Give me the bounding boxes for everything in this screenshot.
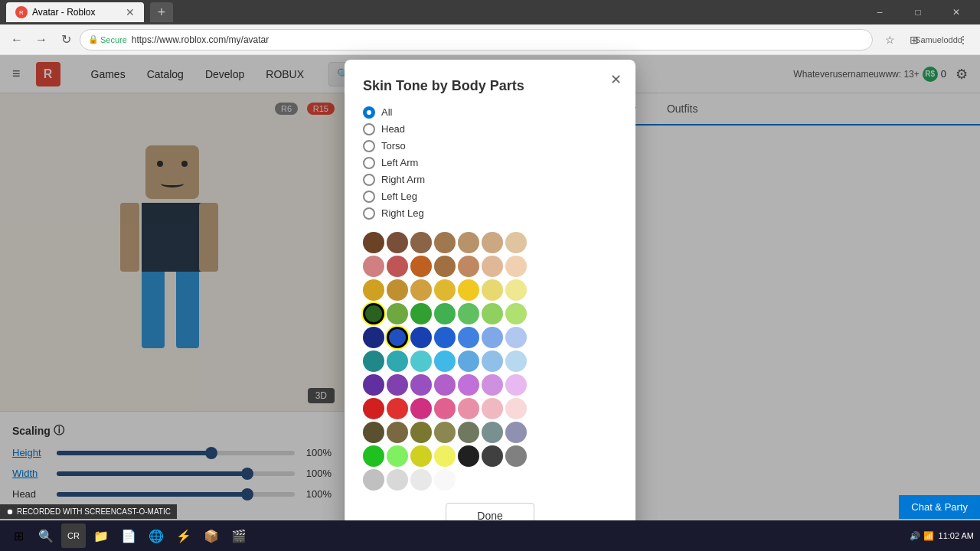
color-swatch-4[interactable] xyxy=(458,232,479,253)
color-swatch-12[interactable] xyxy=(482,256,503,277)
color-swatch-25[interactable] xyxy=(458,303,479,324)
color-swatch-48[interactable] xyxy=(505,374,527,396)
color-swatch-16[interactable] xyxy=(410,279,432,301)
color-swatch-21[interactable] xyxy=(363,303,384,324)
color-swatch-32[interactable] xyxy=(458,327,479,348)
color-swatch-33[interactable] xyxy=(482,327,503,348)
color-swatch-13[interactable] xyxy=(505,256,527,277)
color-swatch-5[interactable] xyxy=(482,232,503,253)
color-swatch-60[interactable] xyxy=(458,422,479,443)
color-swatch-35[interactable] xyxy=(363,350,384,372)
color-swatch-37[interactable] xyxy=(410,350,432,372)
radio-torso[interactable]: Torso xyxy=(363,140,617,152)
tab-close-button[interactable]: ✕ xyxy=(126,6,135,18)
color-swatch-69[interactable] xyxy=(505,445,527,467)
color-swatch-74[interactable] xyxy=(458,469,479,491)
start-button[interactable]: ⊞ xyxy=(6,523,31,548)
color-swatch-54[interactable] xyxy=(482,398,503,419)
color-swatch-56[interactable] xyxy=(363,422,384,443)
taskbar-app3[interactable]: 📦 xyxy=(199,523,224,548)
color-swatch-49[interactable] xyxy=(363,398,384,419)
color-swatch-66[interactable] xyxy=(434,445,456,467)
color-swatch-19[interactable] xyxy=(482,279,503,301)
color-swatch-70[interactable] xyxy=(363,469,384,491)
color-swatch-55[interactable] xyxy=(505,398,527,419)
color-swatch-17[interactable] xyxy=(434,279,456,301)
color-swatch-68[interactable] xyxy=(482,445,503,467)
color-swatch-36[interactable] xyxy=(387,350,408,372)
browser-menu-button[interactable]: ⋮ xyxy=(952,29,974,51)
address-bar[interactable]: 🔒 Secure https://www.roblox.com/my/avata… xyxy=(80,29,873,51)
color-swatch-58[interactable] xyxy=(410,422,432,443)
color-swatch-47[interactable] xyxy=(482,374,503,396)
color-swatch-26[interactable] xyxy=(482,303,503,324)
radio-head[interactable]: Head xyxy=(363,123,617,135)
maximize-button[interactable]: □ xyxy=(900,2,936,22)
color-swatch-46[interactable] xyxy=(458,374,479,396)
color-swatch-44[interactable] xyxy=(410,374,432,396)
color-swatch-72[interactable] xyxy=(410,469,432,491)
color-swatch-30[interactable] xyxy=(410,327,432,348)
color-swatch-2[interactable] xyxy=(410,232,432,253)
color-swatch-1[interactable] xyxy=(387,232,408,253)
color-swatch-71[interactable] xyxy=(387,469,408,491)
taskbar-acrobat[interactable]: 📄 xyxy=(116,523,141,548)
new-tab-button[interactable]: + xyxy=(150,2,173,22)
color-swatch-34[interactable] xyxy=(505,327,527,348)
color-swatch-52[interactable] xyxy=(434,398,456,419)
color-swatch-62[interactable] xyxy=(505,422,527,443)
color-swatch-61[interactable] xyxy=(482,422,503,443)
color-swatch-24[interactable] xyxy=(434,303,456,324)
chat-party-button[interactable]: Chat & Party xyxy=(899,495,980,519)
color-swatch-14[interactable] xyxy=(363,279,384,301)
color-swatch-64[interactable] xyxy=(387,445,408,467)
color-swatch-0[interactable] xyxy=(363,232,384,253)
color-swatch-6[interactable] xyxy=(505,232,527,253)
color-swatch-22[interactable] xyxy=(387,303,408,324)
color-swatch-38[interactable] xyxy=(434,350,456,372)
taskbar-app4[interactable]: 🎬 xyxy=(227,523,251,548)
color-swatch-3[interactable] xyxy=(434,232,456,253)
color-swatch-43[interactable] xyxy=(387,374,408,396)
color-swatch-57[interactable] xyxy=(387,422,408,443)
color-swatch-42[interactable] xyxy=(363,374,384,396)
color-swatch-51[interactable] xyxy=(410,398,432,419)
color-swatch-9[interactable] xyxy=(410,256,432,277)
color-swatch-28[interactable] xyxy=(363,327,384,348)
color-swatch-53[interactable] xyxy=(458,398,479,419)
color-swatch-10[interactable] xyxy=(434,256,456,277)
browser-tab[interactable]: R Avatar - Roblox ✕ xyxy=(6,2,144,22)
color-swatch-11[interactable] xyxy=(458,256,479,277)
refresh-button[interactable]: ↻ xyxy=(55,29,77,51)
forward-button[interactable]: → xyxy=(31,29,52,51)
color-swatch-39[interactable] xyxy=(458,350,479,372)
modal-close-button[interactable]: ✕ xyxy=(605,69,626,90)
color-swatch-31[interactable] xyxy=(434,327,456,348)
color-swatch-65[interactable] xyxy=(410,445,432,467)
color-swatch-50[interactable] xyxy=(387,398,408,419)
taskbar-chrome[interactable]: CR xyxy=(61,523,86,548)
taskbar-app1[interactable]: 🌐 xyxy=(144,523,168,548)
radio-left-arm[interactable]: Left Arm xyxy=(363,157,617,169)
color-swatch-8[interactable] xyxy=(387,256,408,277)
color-swatch-18[interactable] xyxy=(458,279,479,301)
taskbar-file-explorer[interactable]: 📁 xyxy=(89,523,113,548)
color-swatch-23[interactable] xyxy=(410,303,432,324)
color-swatch-41[interactable] xyxy=(505,350,527,372)
color-swatch-7[interactable] xyxy=(363,256,384,277)
color-swatch-40[interactable] xyxy=(482,350,503,372)
radio-left-leg[interactable]: Left Leg xyxy=(363,191,617,203)
user-account-button[interactable]: Samueloddd xyxy=(928,29,949,51)
radio-right-leg[interactable]: Right Leg xyxy=(363,207,617,220)
taskbar-app2[interactable]: ⚡ xyxy=(172,523,196,548)
color-swatch-63[interactable] xyxy=(363,445,384,467)
minimize-button[interactable]: – xyxy=(862,2,897,22)
radio-all[interactable]: All xyxy=(363,106,617,119)
color-swatch-29[interactable] xyxy=(387,327,408,348)
color-swatch-45[interactable] xyxy=(434,374,456,396)
color-swatch-27[interactable] xyxy=(505,303,527,324)
bookmark-button[interactable]: ☆ xyxy=(879,29,900,51)
taskbar-search[interactable]: 🔍 xyxy=(34,523,58,548)
close-window-button[interactable]: ✕ xyxy=(939,2,974,22)
color-swatch-15[interactable] xyxy=(387,279,408,301)
